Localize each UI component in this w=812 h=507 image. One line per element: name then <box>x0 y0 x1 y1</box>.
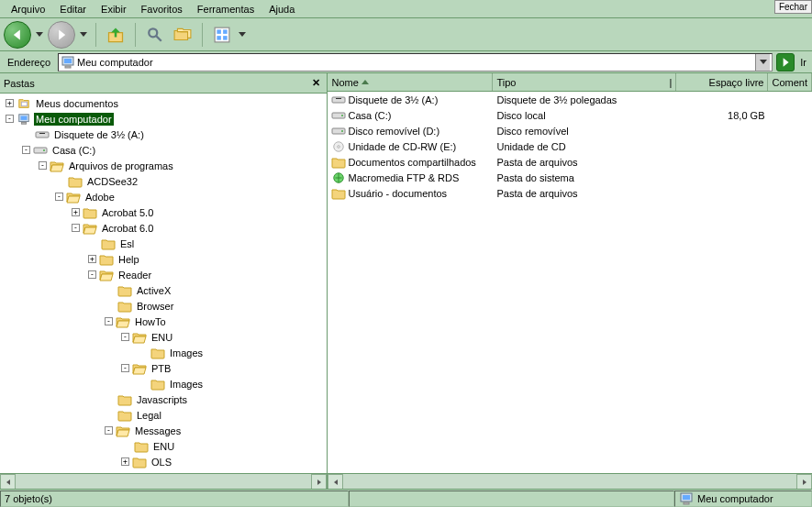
tree-label: Adobe <box>83 191 117 204</box>
menu-file[interactable]: Arquivo <box>4 2 52 17</box>
scroll-left-button[interactable] <box>328 474 343 489</box>
file-list[interactable]: Disquete de 3½ (A:)Disquete de 3½ polega… <box>328 92 812 473</box>
tree-item[interactable]: Esl <box>0 236 327 251</box>
chevron-down-icon <box>36 32 43 37</box>
list-item[interactable]: Usuário - documentosPasta de arquivos <box>328 185 812 201</box>
tree-item[interactable]: ENU <box>0 438 327 454</box>
sidebar-close-button[interactable]: ✕ <box>308 76 323 91</box>
search-button[interactable] <box>143 23 167 47</box>
cd-icon <box>331 139 346 154</box>
tree-item[interactable]: -Reader <box>0 267 327 282</box>
sort-asc-icon <box>362 80 369 84</box>
list-item[interactable]: Unidade de CD-RW (E:)Unidade de CD <box>328 138 812 154</box>
folder-icon <box>117 299 132 314</box>
tree-item[interactable]: -Messages <box>0 423 327 438</box>
main-hscroll[interactable] <box>328 473 812 489</box>
tree-item[interactable]: -Meu computador <box>0 111 327 127</box>
tree-label: Acrobat 6.0 <box>100 222 155 235</box>
item-name: Usuário - documentos <box>348 188 447 199</box>
menu-favorites[interactable]: Favoritos <box>134 2 190 17</box>
tree-item[interactable]: -ENU <box>0 329 327 345</box>
folder-icon <box>132 455 147 469</box>
scroll-right-button[interactable] <box>796 474 812 489</box>
folder-icon <box>83 205 97 220</box>
tree-item[interactable]: Disquete de 3½ (A:) <box>0 127 327 142</box>
scroll-left-button[interactable] <box>0 474 16 489</box>
forward-dropdown[interactable] <box>79 21 88 49</box>
item-name: Casa (C:) <box>348 110 391 121</box>
folder-icon <box>331 155 346 170</box>
tree-toggle[interactable]: - <box>121 333 129 341</box>
go-button[interactable] <box>776 53 795 72</box>
chevron-down-icon <box>239 32 246 37</box>
tree-item[interactable]: -Acrobat 6.0 <box>0 220 327 236</box>
views-button[interactable] <box>210 23 234 47</box>
list-item[interactable]: Macromedia FTP & RDSPasta do sistema <box>328 170 812 185</box>
separator <box>95 23 96 47</box>
tree-item[interactable]: Javascripts <box>0 391 327 407</box>
tree-item[interactable]: Images <box>0 376 327 391</box>
tree-item[interactable]: Images <box>0 345 327 360</box>
back-dropdown[interactable] <box>35 21 44 49</box>
tree-toggle[interactable]: - <box>105 317 113 325</box>
tree-label: Meus documentos <box>34 97 120 110</box>
tree-item[interactable]: Legal <box>0 407 327 423</box>
up-button[interactable] <box>104 23 128 47</box>
list-item[interactable]: Documentos compartilhadosPasta de arquiv… <box>328 154 812 170</box>
column-name[interactable]: Nome <box>328 73 493 91</box>
tree-item[interactable]: ActiveX <box>0 282 327 298</box>
views-dropdown[interactable] <box>238 21 247 49</box>
tree-item[interactable]: -HowTo <box>0 314 327 329</box>
chevron-down-icon <box>760 60 767 64</box>
close-button[interactable]: Fechar <box>774 0 812 14</box>
sidebar-hscroll[interactable] <box>0 473 327 489</box>
folders-button[interactable] <box>171 23 195 47</box>
tree-label: ENU <box>150 331 174 344</box>
address-input[interactable]: Meu computador <box>58 53 773 72</box>
folder-tree[interactable]: +Meus documentos-Meu computadorDisquete … <box>0 94 327 473</box>
tree-toggle[interactable]: - <box>6 115 14 123</box>
tree-toggle[interactable]: - <box>121 364 129 372</box>
scroll-track[interactable] <box>343 474 796 489</box>
tree-toggle[interactable]: - <box>55 193 63 201</box>
tree-item[interactable]: ACDSee32 <box>0 173 327 189</box>
tree-toggle[interactable]: + <box>6 99 14 107</box>
tree-item[interactable]: +Meus documentos <box>0 95 327 111</box>
tree-item[interactable]: +OLS <box>0 454 327 469</box>
tree-toggle[interactable]: - <box>105 426 113 435</box>
list-item[interactable]: Disquete de 3½ (A:)Disquete de 3½ polega… <box>328 92 812 107</box>
column-type[interactable]: Tipo| <box>493 73 676 91</box>
tree-toggle[interactable]: + <box>72 208 80 216</box>
tree-toggle[interactable]: - <box>88 270 96 279</box>
menu-tools[interactable]: Ferramentas <box>190 2 261 17</box>
tree-item[interactable]: -Adobe <box>0 189 327 204</box>
tree-label: Help <box>117 253 141 266</box>
menu-edit[interactable]: Editar <box>52 2 94 17</box>
tree-toggle[interactable]: - <box>72 224 80 232</box>
address-dropdown[interactable] <box>755 54 770 71</box>
column-free[interactable]: Espaço livre <box>676 73 768 91</box>
folder-open-icon <box>83 221 97 236</box>
menu-help[interactable]: Ajuda <box>261 2 302 17</box>
tree-item[interactable]: Browser <box>0 298 327 314</box>
tree-toggle[interactable]: + <box>88 255 96 263</box>
tree-toggle[interactable]: - <box>39 161 47 170</box>
tree-item[interactable]: +Acrobat 5.0 <box>0 204 327 220</box>
scroll-right-button[interactable] <box>311 474 327 489</box>
back-button[interactable] <box>4 21 31 49</box>
tree-item[interactable]: -Arquivos de programas <box>0 158 327 173</box>
column-comments[interactable]: Coment <box>768 73 812 91</box>
tree-item[interactable]: +Help <box>0 251 327 267</box>
menu-view[interactable]: Exibir <box>94 2 134 17</box>
folder-icon <box>331 186 346 201</box>
list-item[interactable]: Casa (C:)Disco local18,0 GB <box>328 107 812 123</box>
addressbar: Endereço Meu computador Ir <box>0 51 812 73</box>
tree-item[interactable]: -PTB <box>0 360 327 376</box>
forward-button[interactable] <box>48 21 75 49</box>
tree-toggle[interactable]: + <box>121 457 129 466</box>
tree-toggle[interactable]: - <box>22 146 30 154</box>
tree-item[interactable]: -Casa (C:) <box>0 142 327 158</box>
scroll-track[interactable] <box>16 474 311 489</box>
list-item[interactable]: Disco removível (D:)Disco removível <box>328 123 812 138</box>
folder-open-icon <box>132 361 147 376</box>
